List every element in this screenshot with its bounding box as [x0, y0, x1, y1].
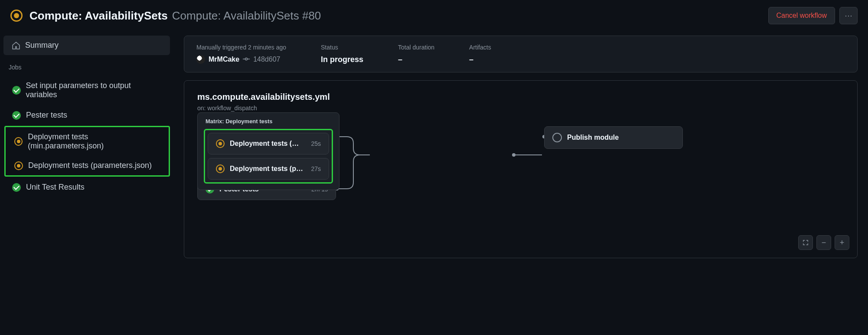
matrix-highlight: Deployment tests (min.para… 25s Deployme…: [204, 129, 333, 184]
plus-icon: +: [840, 238, 845, 247]
svg-point-0: [245, 58, 248, 60]
matrix-deployment-tests: Matrix: Deployment tests Deployment test…: [197, 112, 339, 190]
success-icon: [12, 111, 21, 120]
progress-icon: [216, 164, 225, 173]
graph-node-deploy-params[interactable]: Deployment tests (paramet… 27s: [208, 158, 329, 180]
sidebar-job-label: Unit Test Results: [26, 183, 85, 192]
node-time: 25s: [311, 140, 321, 147]
fullscreen-icon: [803, 240, 809, 246]
progress-icon: [216, 139, 225, 148]
pending-icon: [552, 133, 562, 142]
more-actions-button[interactable]: ⋯: [839, 7, 858, 24]
summary-status-col: Status In progress: [321, 44, 363, 64]
fullscreen-button[interactable]: [798, 235, 813, 250]
header-actions: Cancel workflow ⋯: [768, 7, 858, 24]
home-icon: [12, 42, 20, 49]
graph-node-publish[interactable]: Publish module: [544, 126, 683, 149]
summary-artifacts-col: Artifacts –: [469, 44, 491, 64]
cancel-workflow-button[interactable]: Cancel workflow: [768, 7, 835, 24]
workflow-graph-card: ms.compute.availabilitysets.yml on: work…: [184, 80, 858, 258]
success-icon: [12, 86, 21, 95]
trigger-label: Manually triggered 2 minutes ago: [196, 44, 286, 51]
status-label: Status: [321, 44, 363, 51]
artifacts-value: –: [469, 55, 491, 64]
node-label: Deployment tests (min.para…: [230, 140, 303, 148]
sidebar-item-job-4[interactable]: Unit Test Results: [3, 177, 170, 197]
kebab-icon: ⋯: [845, 11, 852, 20]
zoom-controls: − +: [798, 235, 849, 250]
trigger-author[interactable]: MrMCake: [209, 56, 239, 63]
commit-sha[interactable]: 148d607: [253, 56, 280, 63]
header-left: Compute: AvailabilitySets Compute: Avail…: [10, 9, 321, 23]
sidebar-item-job-2[interactable]: Deployment tests (min.parameters.json): [6, 127, 169, 156]
summary-trigger-col: Manually triggered 2 minutes ago MrMCake…: [196, 44, 286, 64]
sidebar-job-label: Deployment tests (min.parameters.json): [28, 132, 160, 151]
node-time: 27s: [311, 165, 321, 172]
minus-icon: −: [822, 238, 826, 247]
summary-card: Manually triggered 2 minutes ago MrMCake…: [184, 36, 858, 72]
avatar: [196, 55, 205, 64]
sidebar-job-label: Pester tests: [26, 111, 67, 120]
sidebar-summary-label: Summary: [25, 41, 59, 50]
sidebar-item-job-0[interactable]: Set input parameters to output variables: [3, 76, 170, 105]
workflow-name: Compute: AvailabilitySets: [29, 9, 168, 23]
commit-icon: [243, 56, 250, 64]
duration-value: –: [398, 55, 434, 64]
page-header: Compute: AvailabilitySets Compute: Avail…: [0, 0, 868, 31]
graph-node-deploy-min[interactable]: Deployment tests (min.para… 25s: [208, 133, 329, 154]
highlight-box: Deployment tests (min.parameters.json) D…: [4, 126, 170, 177]
sidebar-item-job-1[interactable]: Pester tests: [3, 105, 170, 125]
progress-icon: [14, 161, 23, 170]
workflow-title: Compute: AvailabilitySets Compute: Avail…: [29, 9, 321, 23]
workflow-filename: ms.compute.availabilitysets.yml: [197, 92, 844, 102]
main-content: Manually triggered 2 minutes ago MrMCake…: [173, 31, 868, 258]
success-icon: [12, 183, 21, 192]
progress-icon: [14, 137, 23, 146]
workflow-on-event: on: workflow_dispatch: [197, 105, 844, 112]
zoom-in-button[interactable]: +: [835, 235, 849, 250]
sidebar-item-job-3[interactable]: Deployment tests (parameters.json): [6, 156, 169, 175]
layout: Summary Jobs Set input parameters to out…: [0, 31, 868, 258]
sidebar: Summary Jobs Set input parameters to out…: [0, 31, 173, 258]
status-value: In progress: [321, 55, 363, 64]
matrix-label: Matrix: Deployment tests: [204, 118, 333, 125]
sidebar-item-summary[interactable]: Summary: [3, 36, 170, 55]
workflow-run-name: Compute: AvailabilitySets #80: [172, 9, 321, 23]
sidebar-jobs-label: Jobs: [0, 56, 173, 75]
sidebar-job-label: Deployment tests (parameters.json): [28, 161, 152, 170]
svg-point-5: [512, 153, 516, 157]
node-label: Publish module: [567, 134, 619, 141]
node-label: Deployment tests (paramet…: [230, 165, 303, 173]
workflow-status-icon: [10, 10, 23, 22]
graph-area[interactable]: Set input parameters to out… 7s Pester t…: [197, 125, 844, 246]
trigger-info: MrMCake 148d607: [196, 55, 286, 64]
zoom-out-button[interactable]: −: [816, 235, 831, 250]
artifacts-label: Artifacts: [469, 44, 491, 51]
summary-duration-col: Total duration –: [398, 44, 434, 64]
duration-label: Total duration: [398, 44, 434, 51]
sidebar-job-label: Set input parameters to output variables: [26, 81, 161, 99]
